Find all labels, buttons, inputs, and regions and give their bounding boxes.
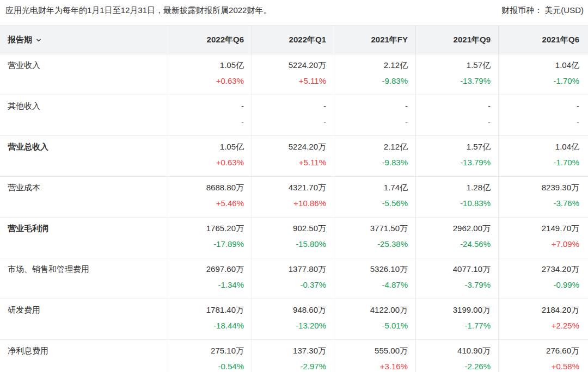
- cell-change-percent: -2.26%: [424, 361, 491, 372]
- cell-change-percent: +3.16%: [342, 361, 408, 372]
- row-label: 研发费用: [0, 299, 168, 339]
- data-cell: 3199.00万-1.77%: [415, 299, 498, 339]
- cell-value: -: [424, 100, 491, 112]
- table-row: 营业收入1.05亿+0.63%5224.20万+5.11%2.12亿-9.83%…: [0, 54, 588, 95]
- cell-value: 555.00万: [342, 345, 408, 357]
- data-cell: 1.04亿-1.70%: [498, 136, 588, 176]
- cell-value: 2962.00万: [424, 222, 491, 234]
- cell-change-percent: -0.54%: [176, 361, 244, 372]
- row-label: 净利息费用: [0, 340, 168, 372]
- data-cell: 1.57亿-13.79%: [415, 54, 498, 95]
- chevron-down-icon: [35, 36, 42, 45]
- data-cell: 3771.50万-25.38%: [334, 218, 415, 258]
- cell-change-percent: -13.79%: [424, 157, 491, 169]
- data-cell: 8688.80万+5.46%: [168, 177, 252, 217]
- cell-change-percent: -5.56%: [342, 197, 408, 209]
- cell-change-percent: -1.34%: [176, 279, 244, 291]
- table-row: 研发费用1781.40万-18.44%948.60万-13.20%4122.00…: [0, 299, 588, 340]
- data-cell: --: [415, 95, 498, 135]
- cell-value: 1.28亿: [424, 182, 491, 194]
- row-label: 营业总收入: [0, 136, 168, 176]
- cell-change-percent: -10.83%: [424, 197, 491, 209]
- cell-value: 2149.70万: [506, 222, 579, 234]
- cell-value: 137.30万: [260, 345, 326, 357]
- report-currency: 财报币种：美元(USD): [501, 4, 584, 16]
- data-cell: --: [334, 95, 415, 135]
- data-cell: 8239.30万-3.76%: [498, 177, 588, 217]
- cell-change-percent: -0.37%: [260, 279, 326, 291]
- cell-change-percent: -1.70%: [506, 157, 579, 169]
- cell-change-percent: -3.76%: [506, 197, 579, 209]
- data-cell: 5326.10万-4.87%: [334, 258, 415, 299]
- column-header-2021q9: 2021年Q9: [415, 26, 498, 54]
- column-header-2021q6: 2021年Q6: [498, 26, 588, 54]
- cell-change-percent: +0.63%: [176, 157, 244, 169]
- table-row: 净利息费用275.10万-0.54%137.30万-2.97%555.00万+3…: [0, 340, 588, 372]
- cell-change-percent: +7.09%: [506, 238, 579, 250]
- data-cell: 4122.00万-5.01%: [334, 299, 415, 339]
- data-cell: 4077.10万-3.79%: [415, 258, 498, 299]
- cell-change-percent: -9.83%: [342, 75, 408, 87]
- cell-value: 902.50万: [260, 222, 326, 234]
- data-cell: 1377.80万-0.37%: [252, 258, 334, 299]
- cell-value: 1377.80万: [260, 263, 326, 275]
- cell-change-percent: -3.79%: [424, 279, 491, 291]
- row-label: 营业收入: [0, 54, 168, 95]
- data-cell: 555.00万+3.16%: [334, 340, 415, 372]
- cell-change-percent: +5.11%: [260, 157, 326, 169]
- data-cell: 2697.60万-1.34%: [168, 258, 252, 299]
- table-header-row: 报告期 2022年Q6 2022年Q1 2021年FY 2021年Q9 2021…: [0, 25, 588, 54]
- cell-value: 1.05亿: [176, 141, 244, 153]
- data-cell: 410.90万-2.26%: [415, 340, 498, 372]
- cell-value: 1.57亿: [424, 141, 491, 153]
- cell-value: 948.60万: [260, 304, 326, 316]
- cell-value: -: [506, 100, 579, 112]
- cell-value: 2697.60万: [176, 263, 244, 275]
- cell-change-percent: -9.83%: [342, 157, 408, 169]
- data-cell: --: [498, 95, 588, 135]
- cell-value: 3771.50万: [342, 222, 408, 234]
- data-cell: 1.05亿+0.63%: [168, 136, 252, 176]
- data-cell: 275.10万-0.54%: [168, 340, 252, 372]
- cell-change-percent: +0.58%: [506, 361, 579, 372]
- cell-change-percent: -4.87%: [342, 279, 408, 291]
- data-cell: 2734.20万-0.99%: [498, 258, 588, 299]
- data-cell: 948.60万-13.20%: [252, 299, 334, 339]
- data-cell: 2149.70万+7.09%: [498, 218, 588, 258]
- cell-value: 1781.40万: [176, 304, 244, 316]
- data-cell: 902.50万-15.80%: [252, 218, 334, 258]
- cell-change-percent: +10.86%: [260, 197, 326, 209]
- data-cell: 2.12亿-9.83%: [334, 54, 415, 95]
- financial-statements-table: 报告期 2022年Q6 2022年Q1 2021年FY 2021年Q9 2021…: [0, 25, 588, 372]
- data-cell: 1765.20万-17.89%: [168, 218, 252, 258]
- report-period-header[interactable]: 报告期: [0, 26, 168, 54]
- cell-change-percent: -17.89%: [176, 238, 244, 250]
- cell-change-percent: -: [506, 116, 579, 128]
- cell-value: 2184.20万: [506, 304, 579, 316]
- table-row: 营业总收入1.05亿+0.63%5224.20万+5.11%2.12亿-9.83…: [0, 136, 588, 177]
- cell-change-percent: -: [424, 116, 491, 128]
- table-row: 营业成本8688.80万+5.46%4321.70万+10.86%1.74亿-5…: [0, 177, 588, 218]
- row-label: 营业毛利润: [0, 218, 168, 258]
- cell-value: 275.10万: [176, 345, 244, 357]
- cell-change-percent: +2.25%: [506, 320, 579, 332]
- data-cell: 276.60万+0.58%: [498, 340, 588, 372]
- cell-change-percent: -: [260, 116, 326, 128]
- data-cell: 1.74亿-5.56%: [334, 177, 415, 217]
- table-row: 其他收入----------: [0, 95, 588, 136]
- cell-change-percent: +0.63%: [176, 75, 244, 87]
- cell-value: 5224.20万: [260, 59, 326, 71]
- cell-change-percent: -13.20%: [260, 320, 326, 332]
- cell-value: 2.12亿: [342, 59, 408, 71]
- cell-value: -: [176, 100, 244, 112]
- cell-value: 1.74亿: [342, 182, 408, 194]
- cell-change-percent: -13.79%: [424, 75, 491, 87]
- data-cell: --: [252, 95, 334, 135]
- cell-change-percent: -: [342, 116, 408, 128]
- column-header-2022q6: 2022年Q6: [168, 26, 252, 54]
- data-cell: 2184.20万+2.25%: [498, 299, 588, 339]
- currency-value: 美元(USD): [544, 5, 584, 15]
- table-row: 市场、销售和管理费用2697.60万-1.34%1377.80万-0.37%53…: [0, 258, 588, 299]
- table-body: 营业收入1.05亿+0.63%5224.20万+5.11%2.12亿-9.83%…: [0, 54, 588, 372]
- data-cell: 1.05亿+0.63%: [168, 54, 252, 95]
